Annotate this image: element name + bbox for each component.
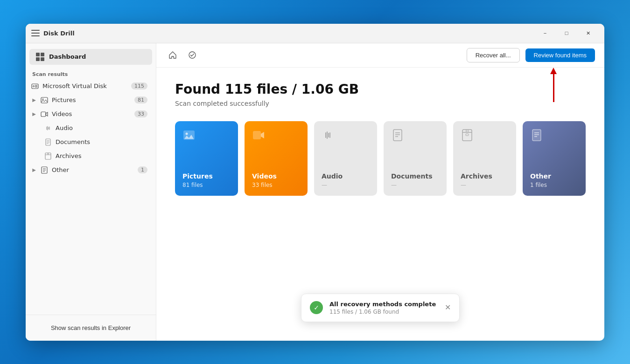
card-audio[interactable]: Audio — xyxy=(314,121,377,196)
show-explorer-button[interactable]: Show scan results in Explorer xyxy=(31,321,150,335)
arrow-annotation xyxy=(550,68,557,102)
card-documents-count: — xyxy=(391,182,397,188)
svg-point-6 xyxy=(42,98,43,99)
toast-subtitle: 115 files / 1.06 GB found xyxy=(329,309,436,315)
card-archives-name: Archives xyxy=(461,172,492,180)
sidebar-pictures-label: Pictures xyxy=(52,96,131,103)
other-card-icon xyxy=(530,129,543,144)
minimize-button[interactable]: − xyxy=(534,26,556,41)
recover-all-button[interactable]: Recover all... xyxy=(467,48,520,62)
maximize-button[interactable]: □ xyxy=(556,26,577,41)
svg-point-22 xyxy=(186,132,188,135)
dashboard-icon xyxy=(36,53,44,61)
sidebar-bottom: Show scan results in Explorer xyxy=(26,315,156,341)
documents-card-icon xyxy=(391,129,404,144)
main-content: Recover all... Review found items Found … xyxy=(156,43,604,341)
file-type-cards: Pictures 81 files Videos 33 files xyxy=(175,121,586,196)
toolbar: Recover all... Review found items xyxy=(156,43,604,68)
sidebar-archives-label: Archives xyxy=(56,152,147,159)
app-title: Disk Drill xyxy=(43,30,75,37)
title-bar-left: Disk Drill xyxy=(31,30,75,37)
disk-icon xyxy=(31,82,39,90)
svg-point-20 xyxy=(189,52,196,58)
card-documents-name: Documents xyxy=(391,172,433,180)
found-subtitle: Scan completed successfully xyxy=(175,100,586,107)
arrow-head xyxy=(550,68,557,74)
sidebar-item-microsoft-virtual-disk[interactable]: Microsoft Virtual Disk 115 xyxy=(28,79,154,93)
sidebar-item-audio[interactable]: Audio xyxy=(28,121,154,135)
toast-notification: ✓ All recovery methods complete 115 file… xyxy=(301,294,460,322)
sidebar-videos-count: 33 xyxy=(134,110,147,117)
svg-rect-32 xyxy=(466,134,469,136)
found-title: Found 115 files / 1.06 GB xyxy=(175,82,586,97)
arrow-line xyxy=(553,74,554,102)
menu-icon[interactable] xyxy=(31,30,40,36)
card-videos-name: Videos xyxy=(252,172,277,180)
home-button[interactable] xyxy=(166,48,180,62)
toast-success-icon: ✓ xyxy=(310,301,323,314)
review-found-button[interactable]: Review found items xyxy=(525,48,595,62)
close-button[interactable]: ✕ xyxy=(577,26,599,41)
dashboard-label: Dashboard xyxy=(49,53,86,60)
chevron-right-icon: ▶ xyxy=(31,111,37,117)
archives-card-icon xyxy=(461,129,474,144)
sidebar-item-videos[interactable]: ▶ Videos 33 xyxy=(28,107,154,121)
sidebar-item-dashboard[interactable]: Dashboard xyxy=(29,49,152,65)
pictures-icon xyxy=(41,96,48,104)
videos-icon xyxy=(41,110,48,118)
card-other-count: 1 files xyxy=(530,182,547,188)
chevron-right-icon: ▶ xyxy=(31,97,37,103)
sidebar: Dashboard Scan results xyxy=(26,43,156,341)
card-audio-name: Audio xyxy=(322,172,343,180)
videos-card-icon xyxy=(252,129,265,144)
card-audio-count: — xyxy=(322,182,327,188)
card-archives-count: — xyxy=(461,182,466,188)
app-window: Disk Drill − □ ✕ Dashboard Scan results xyxy=(26,24,604,341)
chevron-right-icon: ▶ xyxy=(31,167,37,173)
sidebar-other-label: Other xyxy=(52,166,134,173)
sidebar-audio-label: Audio xyxy=(56,124,147,131)
scan-results-header: Scan results xyxy=(26,67,156,79)
sidebar-documents-label: Documents xyxy=(56,138,147,145)
documents-icon xyxy=(44,138,52,146)
sidebar-item-archives[interactable]: Archives xyxy=(28,149,154,163)
scroll-area: Found 115 files / 1.06 GB Scan completed… xyxy=(156,68,604,341)
sidebar-item-label: Microsoft Virtual Disk xyxy=(42,82,127,89)
sidebar-pictures-count: 81 xyxy=(134,96,147,103)
svg-point-1 xyxy=(33,85,35,87)
card-videos[interactable]: Videos 33 files xyxy=(245,121,308,196)
card-documents[interactable]: Documents — xyxy=(384,121,447,196)
sidebar-item-documents[interactable]: Documents xyxy=(28,135,154,149)
toast-text: All recovery methods complete 115 files … xyxy=(329,301,436,315)
card-videos-count: 33 files xyxy=(252,182,273,188)
svg-rect-7 xyxy=(41,112,46,117)
audio-card-icon xyxy=(322,129,335,144)
pictures-card-icon xyxy=(182,129,196,144)
sidebar-item-other[interactable]: ▶ Other 1 xyxy=(28,163,154,177)
svg-rect-12 xyxy=(45,153,51,159)
card-pictures[interactable]: Pictures 81 files xyxy=(175,121,238,196)
audio-icon xyxy=(44,124,52,132)
sidebar-videos-label: Videos xyxy=(52,110,131,117)
title-bar: Disk Drill − □ ✕ xyxy=(26,24,604,43)
sidebar-item-pictures[interactable]: ▶ Pictures 81 xyxy=(28,93,154,107)
card-other-name: Other xyxy=(530,172,551,180)
svg-rect-23 xyxy=(253,131,261,139)
other-icon xyxy=(41,166,48,174)
card-pictures-name: Pictures xyxy=(182,172,213,180)
sidebar-content: Dashboard Scan results xyxy=(26,43,156,315)
sidebar-other-count: 1 xyxy=(138,166,147,173)
check-button[interactable] xyxy=(185,48,199,62)
card-archives[interactable]: Archives — xyxy=(453,121,516,196)
archives-icon xyxy=(44,152,52,160)
card-pictures-count: 81 files xyxy=(182,182,203,188)
card-other[interactable]: Other 1 files xyxy=(523,121,586,196)
svg-rect-24 xyxy=(393,130,402,141)
svg-rect-5 xyxy=(41,97,48,103)
toast-close-button[interactable]: ✕ xyxy=(445,304,451,311)
toast-title: All recovery methods complete xyxy=(329,301,436,308)
window-controls: − □ ✕ xyxy=(534,26,599,41)
svg-rect-33 xyxy=(532,130,541,141)
sidebar-item-count: 115 xyxy=(131,82,147,89)
window-body: Dashboard Scan results xyxy=(26,43,604,341)
